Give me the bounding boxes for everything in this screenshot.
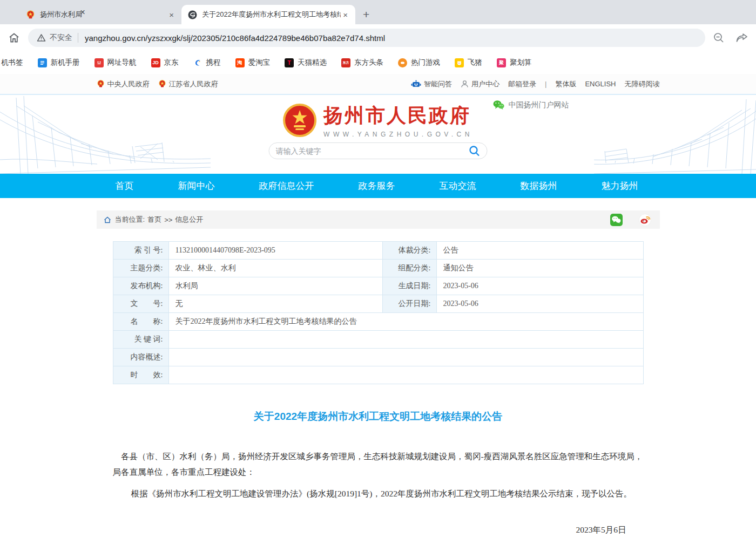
nav-item-interaction[interactable]: 互动交流 [440,180,476,192]
link-jiangsu-gov[interactable]: 江苏省人民政府 [158,79,218,89]
bookmark-item[interactable]: 网址导航 [94,58,137,67]
search-input[interactable] [276,147,469,155]
bookmark-item[interactable]: T 天猫精选 [285,58,327,67]
nav-site-icon [94,58,104,67]
close-icon[interactable]: × [167,10,176,19]
link-label: 中央人民政府 [107,79,150,89]
link-accessibility[interactable]: 无障碍阅读 [625,79,660,89]
nav-item-gov-info[interactable]: 政府信息公开 [259,180,314,192]
bookmark-item[interactable]: 飞猪 [455,58,482,67]
table-row: 发布机构: 水利局 生成日期: 2023-05-06 [113,277,643,295]
meta-value: 11321000014407098E-2023-095 [168,242,382,260]
link-label: 智能问答 [424,79,452,89]
table-row: 名 称: 关于2022年度扬州市水利工程文明工地考核结果的公告 [113,313,643,331]
table-row: 时 效: [113,366,643,384]
manual-icon [38,58,47,67]
meta-label: 名 称: [113,313,168,331]
bookmark-label: 天猫精选 [298,58,327,67]
close-icon[interactable]: × [80,7,85,18]
meta-label: 体裁分类: [382,242,436,260]
tab-title: 扬州市水利局 [40,10,167,19]
meta-value: 2023-05-06 [436,277,643,295]
site-logo[interactable]: 扬州市人民政府 WWW.YANGZHOU.GOV.CN [283,103,473,138]
browser-tab-strip: × 扬州市水利局 × 关于2022年度扬州市水利工程文明工地考核结果的公告 × … [0,0,756,24]
tab-yangzhou-water-bureau[interactable]: 扬州市水利局 × [19,5,181,24]
bookmark-item[interactable]: 热门游戏 [398,58,440,67]
breadcrumb-current[interactable]: 信息公开 [175,215,203,224]
link-traditional[interactable]: 繁体版 [555,79,576,89]
bookmark-label: 飞猪 [468,58,482,67]
link-mail-login[interactable]: 邮箱登录 [508,79,536,89]
site-url-text: WWW.YANGZHOU.GOV.CN [323,131,473,138]
new-tab-button[interactable]: + [363,9,369,20]
weibo-share-icon[interactable] [639,214,651,226]
bookmark-label: 新机手册 [51,58,80,67]
meta-value: 2023-05-06 [436,295,643,313]
link-central-gov[interactable]: 中央人民政府 [97,79,150,89]
bookmark-item[interactable]: 机书签 [1,58,23,67]
bookmark-item[interactable]: 东方 东方头条 [341,58,383,67]
home-icon [104,216,111,223]
breadcrumb-home-link[interactable]: 首页 [147,215,161,224]
tab-announcement-active[interactable]: 关于2022年度扬州市水利工程文明工地考核结果的公告 × [181,5,355,24]
link-user-center[interactable]: 用户中心 [461,79,500,89]
fliggy-icon [455,58,464,67]
divider: | [545,80,546,88]
table-row: 文 号: 无 公开日期: 2023-05-06 [113,295,643,313]
article-paragraph: 根据《扬州市水利工程文明工地建设管理办法》(扬水规[2019]1号)，2022年… [113,486,644,502]
breadcrumb-label: 当前位置: [115,215,145,224]
wechat-share-icon[interactable] [610,214,623,226]
divider [78,33,78,43]
portal-link[interactable]: 中国扬州门户网站 [493,100,569,110]
link-smart-qa[interactable]: 智能问答 [411,79,452,89]
nav-item-services[interactable]: 政务服务 [359,180,395,192]
nav-item-news[interactable]: 新闻中心 [178,180,215,192]
bookmark-label: 携程 [206,58,221,67]
meta-value: 公告 [436,242,643,260]
national-emblem-icon [283,104,316,137]
article-date: 2023年5月6日 [113,525,644,536]
meta-label: 生成日期: [382,277,436,295]
bookmark-item[interactable]: 聚 聚划算 [497,58,532,67]
site-header: 扬州市人民政府 WWW.YANGZHOU.GOV.CN 中国扬州门户网站 [0,94,756,174]
tab-title: 关于2022年度扬州市水利工程文明工地考核结果的公告 [202,10,341,19]
bookmark-label: 东方头条 [354,58,383,67]
security-label[interactable]: 不安全 [50,33,72,43]
game-icon [398,58,407,67]
link-label: 用户中心 [471,79,500,89]
bookmark-item[interactable]: 携程 [193,58,221,67]
zoom-out-icon[interactable] [713,32,725,44]
document-meta-table: 索 引 号: 11321000014407098E-2023-095 体裁分类:… [113,241,644,384]
browser-logo-icon [188,10,197,19]
main-nav: 首页 新闻中心 政府信息公开 政务服务 互动交流 数据扬州 魅力扬州 [0,174,756,198]
table-row: 主题分类: 农业、林业、水利 组配分类: 通知公告 [113,260,643,277]
meta-label: 文 号: [113,295,168,313]
user-icon [461,80,469,88]
meta-value: 水利局 [168,277,382,295]
url-text[interactable]: yangzhou.gov.cn/yzszxxgk/slj/202305/210c… [85,33,385,43]
close-icon[interactable]: × [341,10,350,19]
search-icon[interactable] [469,145,481,157]
bookmark-label: 机书签 [1,58,23,67]
meta-label: 时 效: [113,366,168,384]
ctrip-icon [193,58,202,67]
bookmarks-bar: 机书签 新机手册 网址导航 JD 京东 携程 淘 爱淘宝 T 天猫精选 东方 东… [0,51,756,74]
article-body: 关于2022年度扬州市水利工程文明工地考核结果的公告 各县（市、区）水利（务）局… [113,410,644,538]
address-bar-row: 不安全 yangzhou.gov.cn/yzszxxgk/slj/202305/… [0,24,756,51]
bookmark-item[interactable]: 淘 爱淘宝 [235,58,271,67]
site-title: 扬州市人民政府 [323,103,473,129]
share-icon[interactable] [735,32,748,44]
bookmark-item[interactable]: JD 京东 [151,58,179,67]
table-row: 索 引 号: 11321000014407098E-2023-095 体裁分类:… [113,242,643,260]
tmall-icon: T [285,58,294,67]
meta-value: 通知公告 [436,260,643,277]
nav-item-charm[interactable]: 魅力扬州 [602,180,638,192]
url-input[interactable]: 不安全 yangzhou.gov.cn/yzszxxgk/slj/202305/… [28,29,705,47]
home-icon[interactable] [8,31,21,44]
nav-item-home[interactable]: 首页 [116,180,134,192]
meta-label: 发布机构: [113,277,168,295]
nav-item-data[interactable]: 数据扬州 [521,180,557,192]
bookmark-item[interactable]: 新机手册 [38,58,80,67]
meta-value: 农业、林业、水利 [168,260,382,277]
link-english[interactable]: ENGLISH [585,80,616,88]
